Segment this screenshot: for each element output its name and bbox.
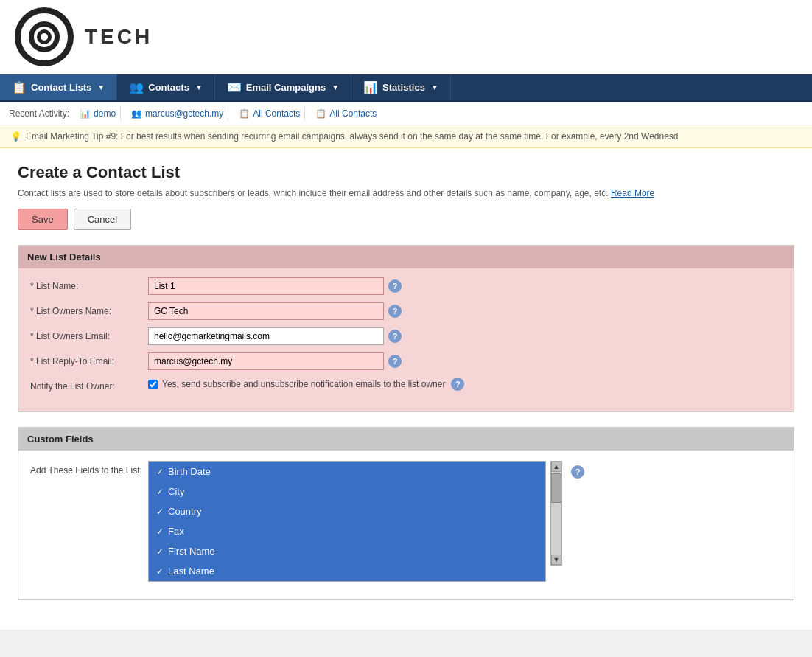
list-owners-email-input[interactable] <box>148 327 384 345</box>
custom-fields-body: Add These Fields to the List: ✓ Birth Da… <box>18 451 794 599</box>
notify-checkbox[interactable] <box>148 380 158 389</box>
check-first-name: ✓ <box>156 546 164 557</box>
page-description: Contact lists are used to store details … <box>18 188 794 198</box>
list-owners-name-row: * List Owners Name: ? <box>30 302 782 320</box>
scrollbar-down-arrow[interactable]: ▼ <box>551 555 561 565</box>
field-fax-label: Fax <box>168 526 184 537</box>
contact-lists-icon: 📋 <box>12 80 27 94</box>
list-name-input[interactable] <box>148 277 384 295</box>
list-reply-to-email-input[interactable] <box>148 352 384 370</box>
contacts-icon: 👥 <box>129 80 144 94</box>
custom-fields-help[interactable]: ? <box>571 465 584 479</box>
recent-demo-label: demo <box>94 108 116 119</box>
field-birth-date-label: Birth Date <box>168 466 211 477</box>
recent-activity-label: Recent Activity: <box>9 108 69 119</box>
nav-item-contact-lists[interactable]: 📋 Contact Lists ▼ <box>0 74 117 100</box>
notify-help[interactable]: ? <box>451 378 464 391</box>
field-last-name[interactable]: ✓ Last Name <box>149 561 545 581</box>
recent-activity-bar: Recent Activity: 📊 demo 👥 marcus@gctech.… <box>0 102 812 125</box>
field-first-name-label: First Name <box>168 546 215 557</box>
cancel-button[interactable]: Cancel <box>74 209 131 230</box>
contact-lists-caret: ▼ <box>97 83 105 91</box>
check-city: ✓ <box>156 487 164 497</box>
save-button[interactable]: Save <box>18 209 68 230</box>
notify-row: Notify the List Owner: Yes, send subscri… <box>30 378 782 395</box>
page-title: Create a Contact List <box>18 163 794 182</box>
list-name-help[interactable]: ? <box>388 279 402 293</box>
custom-fields-list[interactable]: ✓ Birth Date ✓ City ✓ Country ✓ <box>148 461 546 582</box>
field-birth-date[interactable]: ✓ Birth Date <box>149 462 545 482</box>
tip-bar: 💡 Email Marketing Tip #9: For best resul… <box>0 125 812 148</box>
content-area: Create a Contact List Contact lists are … <box>0 148 812 630</box>
custom-fields-header: Custom Fields <box>18 428 794 451</box>
notify-checkbox-row: Yes, send subscribe and unsubscribe noti… <box>148 378 464 391</box>
recent-item-all-contacts-2[interactable]: 📋 All Contacts <box>311 107 381 120</box>
email-campaigns-caret: ▼ <box>332 83 339 91</box>
new-list-section: New List Details * List Name: ? * List O… <box>18 245 794 412</box>
tip-icon: 💡 <box>10 131 21 142</box>
logo-inner <box>37 29 52 44</box>
recent-item-marcus[interactable]: 👥 marcus@gctech.my <box>127 107 228 120</box>
header: TECH <box>0 0 812 74</box>
field-country-label: Country <box>168 506 202 517</box>
field-first-name[interactable]: ✓ First Name <box>149 541 545 561</box>
new-list-header: New List Details <box>18 246 794 268</box>
navbar: 📋 Contact Lists ▼ 👥 Contacts ▼ ✉️ Email … <box>0 74 812 102</box>
recent-marcus-icon: 👥 <box>131 108 142 119</box>
scrollbar-thumb[interactable] <box>551 473 561 503</box>
nav-label-email-campaigns: Email Campaigns <box>246 82 326 93</box>
list-reply-to-email-row: * List Reply-To Email: ? <box>30 352 782 370</box>
list-owners-name-input[interactable] <box>148 302 384 320</box>
list-name-row: * List Name: ? <box>30 277 782 295</box>
new-list-body: * List Name: ? * List Owners Name: ? * L… <box>18 268 794 411</box>
scrollbar-up-arrow[interactable]: ▲ <box>551 462 561 472</box>
field-city[interactable]: ✓ City <box>149 482 545 501</box>
button-row: Save Cancel <box>18 209 794 230</box>
check-country: ✓ <box>156 507 164 517</box>
recent-all-contacts-2-icon: 📋 <box>315 108 326 119</box>
logo-circle <box>15 7 74 66</box>
listbox-wrapper: ✓ Birth Date ✓ City ✓ Country ✓ <box>148 461 584 582</box>
check-birth-date: ✓ <box>156 467 164 477</box>
custom-fields-section: Custom Fields Add These Fields to the Li… <box>18 427 794 600</box>
add-fields-label: Add These Fields to the List: <box>30 461 148 476</box>
recent-all-contacts-1-icon: 📋 <box>239 108 250 119</box>
nav-label-contact-lists: Contact Lists <box>31 82 91 93</box>
add-fields-row: Add These Fields to the List: ✓ Birth Da… <box>30 461 782 582</box>
field-last-name-label: Last Name <box>168 566 214 577</box>
check-last-name: ✓ <box>156 566 164 577</box>
recent-demo-icon: 📊 <box>80 108 91 119</box>
list-owners-email-help[interactable]: ? <box>388 330 402 343</box>
field-fax[interactable]: ✓ Fax <box>149 521 545 541</box>
nav-label-contacts: Contacts <box>148 82 189 93</box>
list-owners-name-label: * List Owners Name: <box>30 306 148 316</box>
read-more-link[interactable]: Read More <box>611 188 654 198</box>
recent-item-all-contacts-1[interactable]: 📋 All Contacts <box>234 107 305 120</box>
field-country[interactable]: ✓ Country <box>149 501 545 521</box>
list-reply-to-email-help[interactable]: ? <box>388 355 402 368</box>
contacts-caret: ▼ <box>195 83 203 91</box>
nav-label-statistics: Statistics <box>382 82 425 93</box>
recent-all-contacts-1-label: All Contacts <box>253 108 300 119</box>
list-owners-email-label: * List Owners Email: <box>30 331 148 341</box>
logo-text: TECH <box>85 25 153 49</box>
list-name-label: * List Name: <box>30 281 148 291</box>
recent-all-contacts-2-label: All Contacts <box>329 108 377 119</box>
tip-text: Email Marketing Tip #9: For best results… <box>26 131 679 142</box>
nav-item-email-campaigns[interactable]: ✉️ Email Campaigns ▼ <box>215 74 351 100</box>
check-fax: ✓ <box>156 526 164 537</box>
statistics-caret: ▼ <box>431 83 438 91</box>
nav-item-statistics[interactable]: 📊 Statistics ▼ <box>351 74 451 100</box>
list-owners-name-help[interactable]: ? <box>388 305 402 318</box>
nav-item-contacts[interactable]: 👥 Contacts ▼ <box>117 74 215 100</box>
page-desc-text: Contact lists are used to store details … <box>18 188 609 198</box>
email-campaigns-icon: ✉️ <box>227 80 242 94</box>
notify-checkbox-label: Yes, send subscribe and unsubscribe noti… <box>162 379 445 389</box>
field-city-label: City <box>168 486 184 497</box>
list-reply-to-email-label: * List Reply-To Email: <box>30 356 148 366</box>
list-owners-email-row: * List Owners Email: ? <box>30 327 782 345</box>
recent-marcus-label: marcus@gctech.my <box>145 108 223 119</box>
statistics-icon: 📊 <box>363 80 378 94</box>
recent-item-demo[interactable]: 📊 demo <box>75 107 121 120</box>
scrollbar-track: ▲ ▼ <box>550 461 562 566</box>
